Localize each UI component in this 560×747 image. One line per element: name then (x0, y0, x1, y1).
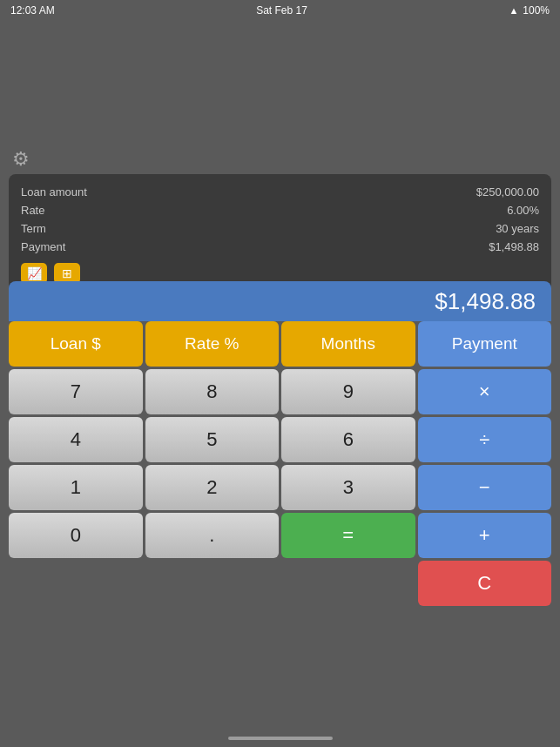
term-label: Term (21, 222, 46, 235)
status-date: Sat Feb 17 (256, 4, 307, 17)
rate-row: Rate 6.00% (21, 201, 539, 219)
label-6: 6 (343, 428, 354, 451)
home-bar (228, 737, 333, 740)
button-2[interactable]: 2 (145, 465, 280, 510)
payment-header-label: Payment (452, 334, 517, 353)
button-3[interactable]: 3 (281, 465, 415, 510)
label-add: + (479, 524, 490, 547)
label-clear: C (477, 572, 491, 595)
rate-header-label: Rate % (185, 334, 239, 353)
button-clear[interactable]: C (418, 561, 552, 606)
button-0[interactable]: 0 (9, 513, 143, 558)
info-panel: Loan amount $250,000.00 Rate 6.00% Term … (9, 174, 551, 293)
label-equals: = (342, 524, 354, 547)
button-equals[interactable]: = (281, 513, 415, 558)
label-3: 3 (343, 476, 354, 499)
loan-amount-label: Loan amount (21, 185, 87, 199)
loan-header-button[interactable]: Loan $ (9, 321, 143, 367)
months-header-button[interactable]: Months (281, 321, 415, 367)
label-7: 7 (71, 380, 81, 403)
label-0: 0 (71, 524, 81, 547)
payment-value: $1,498.88 (489, 240, 539, 253)
gear-icon: ⚙ (12, 148, 30, 170)
label-4: 4 (71, 428, 81, 451)
rate-label: Rate (21, 204, 44, 217)
label-5: 5 (206, 428, 217, 451)
label-multiply: × (479, 380, 490, 403)
payment-header-button[interactable]: Payment (418, 321, 552, 367)
button-add[interactable]: + (418, 513, 552, 558)
status-bar: 12:03 AM Sat Feb 17 ▲ 100% (0, 0, 560, 21)
button-4[interactable]: 4 (9, 417, 143, 462)
button-9[interactable]: 9 (281, 369, 415, 414)
button-7[interactable]: 7 (9, 369, 143, 414)
label-9: 9 (343, 380, 354, 403)
button-8[interactable]: 8 (145, 369, 280, 414)
chart-icon: 📈 (27, 266, 42, 280)
label-1: 1 (71, 476, 81, 499)
loan-header-label: Loan $ (51, 334, 101, 353)
calculator-grid: Loan $ Rate % Months Payment 7 8 9 × 4 5… (9, 321, 551, 606)
display-value: $1,498.88 (435, 288, 536, 315)
rate-header-button[interactable]: Rate % (145, 321, 280, 367)
label-8: 8 (206, 380, 217, 403)
button-1[interactable]: 1 (9, 465, 143, 510)
months-header-label: Months (321, 334, 375, 353)
button-6[interactable]: 6 (281, 417, 415, 462)
display-bar: $1,498.88 (9, 281, 551, 321)
label-divide: ÷ (479, 428, 489, 451)
wifi-icon: ▲ (509, 5, 518, 16)
table-icon: ⊞ (62, 266, 72, 280)
loan-amount-value: $250,000.00 (476, 185, 539, 199)
term-value: 30 years (496, 222, 539, 235)
label-subtract: − (479, 476, 490, 499)
term-row: Term 30 years (21, 219, 539, 238)
button-decimal[interactable]: . (145, 513, 280, 558)
button-5[interactable]: 5 (145, 417, 280, 462)
payment-row: Payment $1,498.88 (21, 238, 539, 256)
button-subtract[interactable]: − (418, 465, 552, 510)
label-decimal: . (209, 524, 214, 547)
payment-label: Payment (21, 240, 65, 253)
settings-button[interactable]: ⚙ (12, 148, 30, 171)
battery-text: 100% (523, 4, 550, 17)
loan-amount-row: Loan amount $250,000.00 (21, 183, 539, 201)
button-divide[interactable]: ÷ (418, 417, 552, 462)
status-right: ▲ 100% (509, 4, 550, 17)
button-multiply[interactable]: × (418, 369, 552, 414)
status-time: 12:03 AM (10, 4, 55, 17)
label-2: 2 (206, 476, 217, 499)
rate-value: 6.00% (507, 204, 539, 217)
